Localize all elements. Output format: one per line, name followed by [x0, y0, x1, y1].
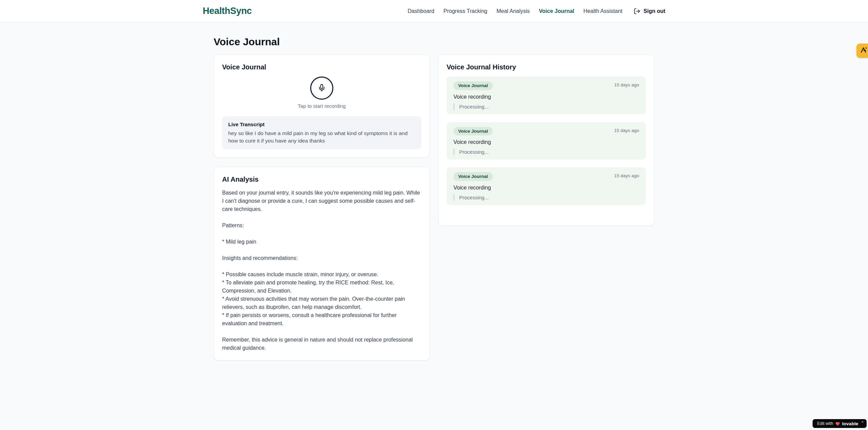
nav-voice-journal[interactable]: Voice Journal	[539, 8, 574, 14]
primary-nav: Dashboard Progress Tracking Meal Analysi…	[408, 8, 666, 15]
entry-title: Voice recording	[453, 94, 639, 100]
logout-icon	[634, 8, 640, 15]
brand-logo[interactable]: HealthSync	[203, 6, 252, 16]
live-transcript-label: Live Transcript	[228, 121, 415, 127]
sign-out-button[interactable]: Sign out	[634, 8, 665, 15]
nav-progress-tracking[interactable]: Progress Tracking	[444, 8, 487, 14]
history-card-title: Voice Journal History	[447, 63, 646, 71]
entry-processing-status: Processing...	[453, 149, 639, 155]
top-nav-bar: HealthSync Dashboard Progress Tracking M…	[0, 0, 868, 22]
history-card: Voice Journal History Voice Journal 15 d…	[438, 54, 654, 226]
entry-title: Voice recording	[453, 139, 639, 145]
history-entry[interactable]: Voice Journal 15 days ago Voice recordin…	[447, 167, 646, 205]
history-entry[interactable]: Voice Journal 15 days ago Voice recordin…	[447, 122, 646, 160]
entry-timestamp: 15 days ago	[614, 81, 639, 87]
entry-timestamp: 15 days ago	[614, 172, 639, 178]
entry-type-badge: Voice Journal	[453, 172, 493, 181]
ai-analysis-title: AI Analysis	[222, 175, 421, 183]
history-entry[interactable]: Voice Journal 15 days ago Voice recordin…	[447, 77, 646, 114]
nav-dashboard[interactable]: Dashboard	[408, 8, 434, 14]
tap-to-record-hint: Tap to start recording	[222, 103, 421, 109]
lovable-badge-brand: lovable	[842, 421, 858, 426]
live-transcript-panel: Live Transcript hey so like I do have a …	[222, 116, 421, 149]
browser-extension-badge[interactable]	[856, 44, 868, 58]
extension-lambda-icon	[860, 46, 867, 55]
record-button[interactable]	[310, 77, 333, 100]
recorder-card-title: Voice Journal	[222, 63, 421, 71]
nav-health-assistant[interactable]: Health Assistant	[583, 8, 622, 14]
live-transcript-text: hey so like I do have a mild pain in my …	[228, 130, 415, 144]
entry-type-badge: Voice Journal	[453, 127, 493, 136]
entry-title: Voice recording	[453, 185, 639, 191]
entry-timestamp: 15 days ago	[614, 127, 639, 133]
sign-out-label: Sign out	[644, 8, 665, 14]
close-icon[interactable]: ×	[862, 420, 864, 424]
lovable-badge[interactable]: Edit with lovable ×	[813, 419, 867, 428]
page-title: Voice Journal	[214, 36, 654, 48]
main-content: Voice Journal Voice Journal	[203, 22, 665, 374]
voice-recorder-card: Voice Journal Tap to start recording	[214, 54, 430, 158]
entry-processing-status: Processing...	[453, 194, 639, 201]
entry-processing-status: Processing...	[453, 103, 639, 110]
entry-type-badge: Voice Journal	[453, 81, 493, 90]
nav-meal-analysis[interactable]: Meal Analysis	[497, 8, 530, 14]
lovable-badge-prefix: Edit with	[817, 421, 833, 426]
ai-analysis-card: AI Analysis Based on your journal entry,…	[214, 167, 430, 361]
heart-icon	[835, 421, 840, 426]
microphone-icon	[318, 84, 326, 93]
ai-analysis-text: Based on your journal entry, it sounds l…	[222, 189, 421, 352]
